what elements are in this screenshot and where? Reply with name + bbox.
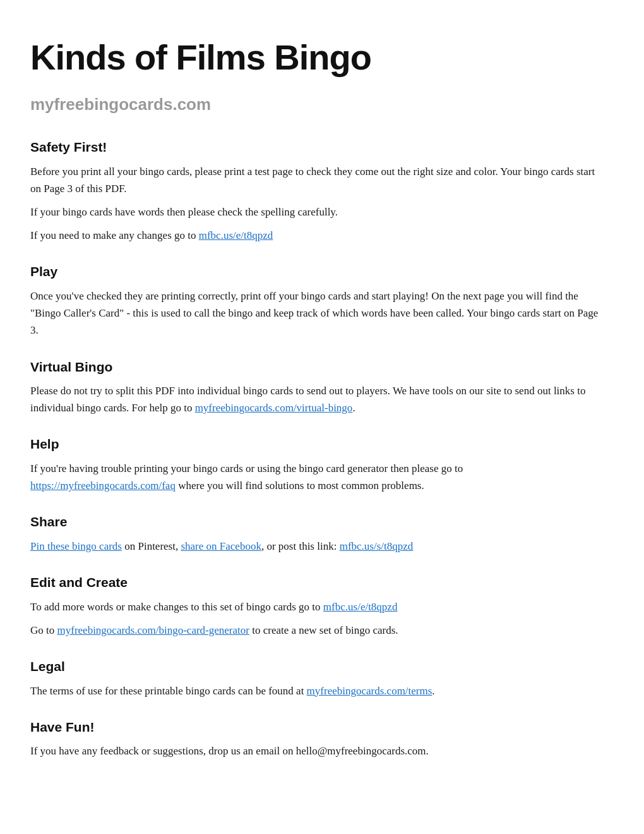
section-play: Play Once you've checked they are printi…: [30, 262, 606, 339]
page-title: Kinds of Films Bingo: [30, 30, 606, 85]
section-safety-text-2: If your bingo cards have words then plea…: [30, 203, 606, 221]
section-edit-text-2: Go to myfreebingocards.com/bingo-card-ge…: [30, 622, 606, 639]
edit-link-1[interactable]: mfbc.us/e/t8qpzd: [199, 229, 273, 241]
section-edit: Edit and Create To add more words or mak…: [30, 572, 606, 639]
section-virtual-heading: Virtual Bingo: [30, 357, 606, 378]
section-share-text: Pin these bingo cards on Pinterest, shar…: [30, 538, 606, 555]
section-havefun-heading: Have Fun!: [30, 717, 606, 738]
section-edit-heading: Edit and Create: [30, 572, 606, 593]
faq-link[interactable]: https://myfreebingocards.com/faq: [30, 480, 176, 492]
section-share-heading: Share: [30, 512, 606, 533]
section-play-text: Once you've checked they are printing co…: [30, 287, 606, 339]
generator-link[interactable]: myfreebingocards.com/bingo-card-generato…: [57, 624, 249, 636]
section-havefun: Have Fun! If you have any feedback or su…: [30, 717, 606, 760]
section-safety-text-3: If you need to make any changes go to mf…: [30, 227, 606, 244]
site-name: myfreebingocards.com: [30, 92, 606, 117]
section-help: Help If you're having trouble printing y…: [30, 434, 606, 494]
section-safety-text-1: Before you print all your bingo cards, p…: [30, 163, 606, 197]
section-legal-text: The terms of use for these printable bin…: [30, 682, 606, 699]
section-havefun-text: If you have any feedback or suggestions,…: [30, 742, 606, 759]
section-share: Share Pin these bingo cards on Pinterest…: [30, 512, 606, 555]
share-link[interactable]: mfbc.us/s/t8qpzd: [340, 540, 414, 552]
section-virtual-text: Please do not try to split this PDF into…: [30, 382, 606, 416]
section-safety: Safety First! Before you print all your …: [30, 137, 606, 244]
section-safety-heading: Safety First!: [30, 137, 606, 158]
terms-link[interactable]: myfreebingocards.com/terms: [307, 685, 432, 697]
virtual-bingo-link[interactable]: myfreebingocards.com/virtual-bingo: [195, 402, 353, 414]
pinterest-link[interactable]: Pin these bingo cards: [30, 540, 122, 552]
section-help-heading: Help: [30, 434, 606, 455]
section-legal: Legal The terms of use for these printab…: [30, 656, 606, 699]
section-play-heading: Play: [30, 262, 606, 282]
section-virtual: Virtual Bingo Please do not try to split…: [30, 357, 606, 417]
section-edit-text-1: To add more words or make changes to thi…: [30, 598, 606, 615]
section-legal-heading: Legal: [30, 656, 606, 677]
section-help-text: If you're having trouble printing your b…: [30, 460, 606, 494]
facebook-link[interactable]: share on Facebook: [181, 540, 261, 552]
edit-link-2[interactable]: mfbc.us/e/t8qpzd: [323, 601, 398, 613]
